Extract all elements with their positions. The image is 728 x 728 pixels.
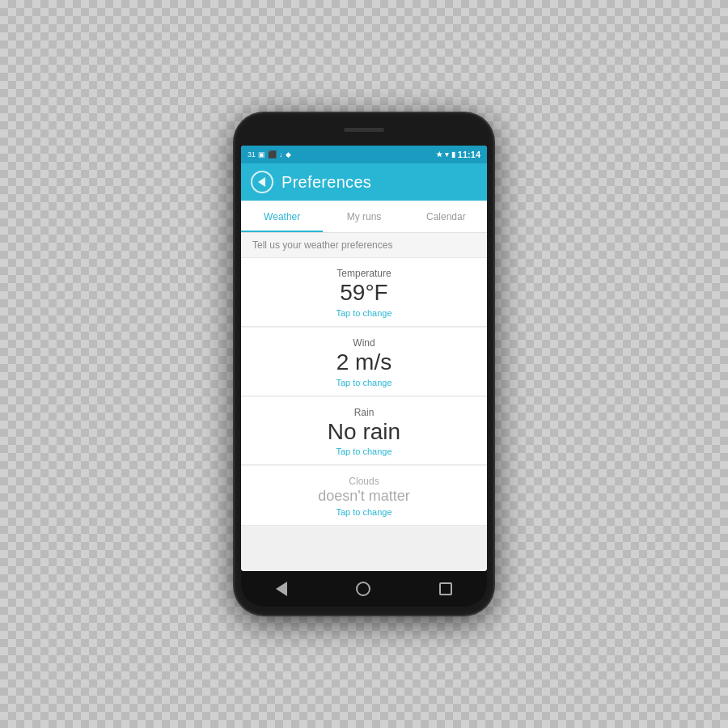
pref-value-wind: 2 m/s [336, 350, 392, 375]
pref-label-temperature: Temperature [336, 268, 391, 279]
pref-value-rain: No rain [328, 420, 400, 445]
pref-card-rain[interactable]: Rain No rain Tap to change [241, 397, 487, 466]
pref-label-clouds: Clouds [349, 476, 379, 487]
app-bar: Preferences [241, 163, 487, 201]
back-arrow-icon [258, 177, 265, 187]
tab-my-runs[interactable]: My runs [323, 201, 404, 232]
phone-nav-bar [241, 571, 487, 607]
app-bar-title: Preferences [281, 173, 371, 192]
phone-device: 31 ▣ ⬛ ↓ ◆ ★ ▾ ▮ 11:14 Preferences Weat [235, 113, 493, 615]
pref-value-temperature: 59°F [340, 281, 387, 306]
pref-value-clouds: doesn't matter [318, 489, 410, 505]
pref-action-clouds[interactable]: Tap to change [336, 507, 392, 517]
pref-action-wind[interactable]: Tap to change [336, 378, 392, 387]
content-area: Temperature 59°F Tap to change Wind 2 m/… [241, 258, 487, 571]
pref-action-temperature[interactable]: Tap to change [336, 308, 392, 318]
status-icon-download: ↓ [279, 150, 283, 159]
status-icon-wifi: ▾ [445, 150, 449, 159]
back-button[interactable] [251, 171, 273, 193]
status-icon-image: ⬛ [268, 150, 277, 159]
status-time: 11:14 [458, 150, 480, 159]
pref-action-rain[interactable]: Tap to change [336, 447, 392, 456]
tab-calendar[interactable]: Calendar [405, 201, 487, 232]
status-left-icons: 31 ▣ ⬛ ↓ ◆ [248, 150, 291, 159]
status-icon-calendar: 31 [248, 150, 256, 159]
status-icon-camera: ▣ [258, 150, 265, 159]
section-subtitle: Tell us your weather preferences [241, 233, 487, 258]
pref-label-rain: Rain [354, 407, 375, 418]
tabs-bar: Weather My runs Calendar [241, 201, 487, 233]
pref-label-wind: Wind [353, 337, 375, 349]
phone-screen: 31 ▣ ⬛ ↓ ◆ ★ ▾ ▮ 11:14 Preferences Weat [241, 146, 487, 571]
nav-back-icon[interactable] [276, 582, 287, 596]
pref-card-wind[interactable]: Wind 2 m/s Tap to change [241, 328, 487, 396]
status-icon-star: ★ [436, 150, 442, 159]
status-right-area: ★ ▾ ▮ 11:14 [436, 150, 480, 159]
status-icon-diamond: ◆ [286, 150, 291, 159]
pref-card-temperature[interactable]: Temperature 59°F Tap to change [241, 258, 487, 327]
nav-recent-icon[interactable] [439, 582, 452, 595]
pref-card-clouds[interactable]: Clouds doesn't matter Tap to change [241, 466, 487, 526]
status-bar: 31 ▣ ⬛ ↓ ◆ ★ ▾ ▮ 11:14 [241, 146, 487, 163]
nav-home-icon[interactable] [356, 582, 370, 596]
tab-weather[interactable]: Weather [241, 201, 323, 232]
status-icon-battery: ▮ [451, 150, 455, 159]
